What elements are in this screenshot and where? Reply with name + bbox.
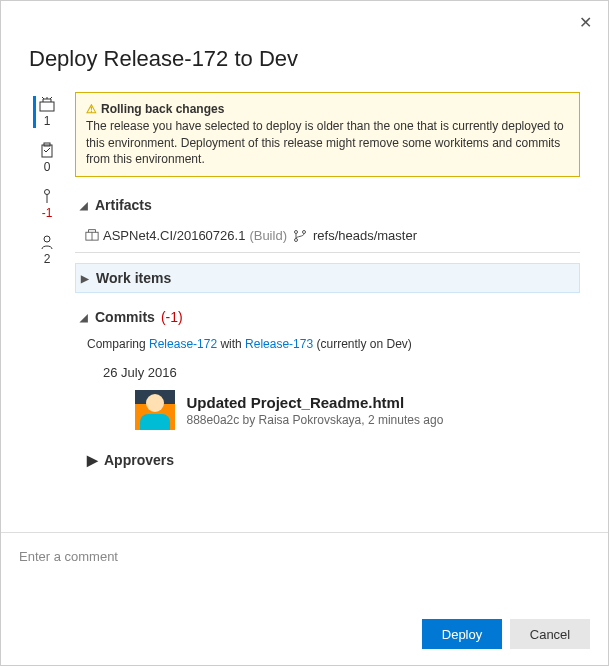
commit-icon (39, 188, 55, 204)
section-header-workitems[interactable]: ▶ Work items (75, 263, 580, 293)
commits-delta: (-1) (161, 309, 183, 325)
commits-count: -1 (42, 206, 53, 220)
approvers-label: Approvers (104, 452, 174, 468)
cancel-button[interactable]: Cancel (510, 619, 590, 649)
commit-date: 26 July 2016 (75, 365, 580, 380)
rollback-warning: ⚠Rolling back changes The release you ha… (75, 92, 580, 177)
chevron-right-icon: ▶ (80, 273, 90, 284)
workitems-count: 0 (44, 160, 51, 174)
commit-meta: 888e0a2c by Raisa Pokrovskaya, 2 minutes… (187, 413, 444, 427)
artifact-name: ASPNet4.CI/20160726.1 (103, 228, 245, 243)
workitems-label: Work items (96, 270, 171, 286)
svg-point-3 (45, 190, 50, 195)
compare-text: Comparing Release-172 with Release-173 (… (75, 331, 580, 365)
section-header-commits[interactable]: ◢ Commits (-1) (75, 303, 580, 331)
link-release-a[interactable]: Release-172 (149, 337, 217, 351)
close-icon[interactable]: ✕ (573, 9, 598, 36)
package-icon (85, 227, 99, 244)
dialog-title: Deploy Release-172 to Dev (1, 36, 608, 92)
artifact-icon (39, 96, 55, 112)
warning-body: The release you have selected to deploy … (86, 118, 569, 168)
sidebar: 1 0 -1 2 (29, 92, 65, 532)
artifact-type: (Build) (249, 228, 287, 243)
artifacts-count: 1 (44, 114, 51, 128)
commit-row[interactable]: • Updated Project_Readme.html 888e0a2c b… (75, 390, 580, 430)
artifact-row: ASPNet4.CI/20160726.1(Build) refs/heads/… (75, 219, 580, 253)
svg-point-5 (44, 236, 50, 242)
branch-icon (293, 229, 307, 243)
commits-label: Commits (95, 309, 155, 325)
commit-title: Updated Project_Readme.html (187, 394, 444, 411)
deploy-button[interactable]: Deploy (422, 619, 502, 649)
chevron-right-icon: ▶ (87, 452, 98, 468)
main-panel: ⚠Rolling back changes The release you ha… (65, 92, 580, 532)
svg-point-9 (302, 230, 305, 233)
workitem-icon (39, 142, 55, 158)
svg-point-8 (294, 230, 297, 233)
approvers-count: 2 (44, 252, 51, 266)
svg-point-10 (294, 238, 297, 241)
section-header-approvers[interactable]: ▶ Approvers (83, 446, 580, 474)
sidebar-item-approvers[interactable]: 2 (39, 234, 55, 266)
avatar (135, 390, 175, 430)
sidebar-item-artifacts[interactable]: 1 (33, 96, 55, 128)
chevron-down-icon: ◢ (79, 200, 89, 211)
artifact-branch: refs/heads/master (313, 228, 417, 243)
sidebar-item-workitems[interactable]: 0 (39, 142, 55, 174)
section-header-artifacts[interactable]: ◢ Artifacts (75, 191, 580, 219)
chevron-down-icon: ◢ (79, 312, 89, 323)
approver-icon (39, 234, 55, 250)
svg-rect-0 (40, 102, 54, 111)
comment-input[interactable] (1, 533, 608, 599)
link-release-b[interactable]: Release-173 (245, 337, 313, 351)
artifacts-label: Artifacts (95, 197, 152, 213)
warning-icon: ⚠ (86, 102, 97, 116)
warning-title: Rolling back changes (101, 102, 224, 116)
sidebar-item-commits[interactable]: -1 (39, 188, 55, 220)
